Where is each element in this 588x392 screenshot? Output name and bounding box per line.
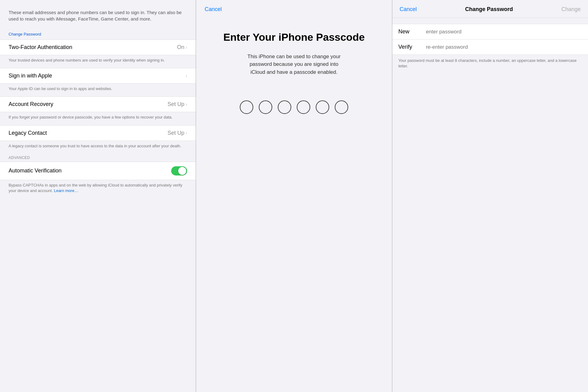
passcode-circle-6: [335, 100, 348, 114]
auto-verify-label: Automatic Verification: [9, 168, 62, 174]
advanced-header: ADVANCED: [0, 154, 196, 162]
learn-more-link[interactable]: Learn more…: [54, 188, 78, 193]
sign-in-apple-cell[interactable]: Sign in with Apple ›: [0, 68, 196, 84]
panel-change-password: Cancel Change Password Change New Verify…: [392, 0, 588, 392]
panel2-content: Cancel Enter Your iPhone Passcode This i…: [196, 0, 392, 392]
new-password-label: New: [398, 28, 423, 35]
legacy-contact-value: Set Up: [168, 130, 184, 136]
change-password-form: New Verify: [392, 24, 588, 55]
verify-password-input[interactable]: [423, 44, 582, 50]
change-password-nav: Cancel Change Password Change: [392, 0, 588, 18]
passcode-circle-4: [297, 100, 310, 114]
passcode-title: Enter Your iPhone Passcode: [223, 31, 365, 43]
verify-password-label: Verify: [398, 44, 423, 50]
passcode-cancel-button[interactable]: Cancel: [205, 6, 222, 13]
two-factor-sub: Your trusted devices and phone numbers a…: [0, 55, 196, 68]
passcode-nav: Cancel: [196, 0, 392, 16]
account-recovery-value: Set Up: [168, 101, 184, 107]
two-factor-label: Two-Factor Authentication: [9, 44, 72, 51]
auto-verify-cell[interactable]: Automatic Verification: [0, 162, 196, 180]
two-factor-chevron-icon: ›: [186, 45, 187, 50]
password-hint: Your password must be at least 8 charact…: [392, 55, 588, 74]
panels-container: These email addresses and phone numbers …: [0, 0, 588, 392]
legacy-contact-label: Legacy Contact: [9, 130, 47, 136]
new-password-field: New: [392, 24, 588, 40]
sign-in-apple-label: Sign in with Apple: [9, 73, 52, 79]
bypass-text: Bypass CAPTCHAs in apps and on the web b…: [0, 180, 196, 198]
legacy-contact-chevron-icon: ›: [186, 130, 187, 136]
passcode-circle-1: [240, 100, 253, 114]
legacy-contact-right: Set Up ›: [168, 130, 187, 136]
passcode-circles: [240, 100, 348, 114]
two-factor-right: On ›: [177, 44, 187, 51]
account-recovery-cell[interactable]: Account Recovery Set Up ›: [0, 96, 196, 112]
change-password-link[interactable]: Change Password: [0, 29, 196, 38]
account-recovery-chevron-icon: ›: [186, 102, 187, 107]
panel1-content: These email addresses and phone numbers …: [0, 0, 196, 198]
new-password-input[interactable]: [423, 29, 582, 35]
change-password-cancel-button[interactable]: Cancel: [400, 6, 417, 13]
toggle-knob: [178, 167, 186, 175]
panel-passcode: Cancel Enter Your iPhone Passcode This i…: [196, 0, 392, 392]
change-password-change-button[interactable]: Change: [561, 6, 581, 13]
bypass-text-content: Bypass CAPTCHAs in apps and on the web b…: [9, 183, 182, 193]
change-password-title: Change Password: [465, 6, 513, 13]
auto-verify-toggle[interactable]: [171, 166, 187, 175]
legacy-contact-sub: A legacy contact is someone you trust to…: [0, 141, 196, 154]
account-recovery-right: Set Up ›: [168, 101, 187, 107]
panel-settings: These email addresses and phone numbers …: [0, 0, 196, 392]
account-recovery-sub: If you forget your password or device pa…: [0, 112, 196, 125]
passcode-circle-5: [316, 100, 329, 114]
legacy-contact-cell[interactable]: Legacy Contact Set Up ›: [0, 125, 196, 141]
verify-password-field: Verify: [392, 40, 588, 55]
sign-in-apple-right: ›: [186, 73, 187, 79]
account-recovery-label: Account Recovery: [9, 101, 53, 107]
sign-in-apple-chevron-icon: ›: [186, 73, 187, 79]
two-factor-value: On: [177, 44, 184, 51]
top-description: These email addresses and phone numbers …: [0, 0, 196, 28]
two-factor-cell[interactable]: Two-Factor Authentication On ›: [0, 40, 196, 55]
passcode-main: Enter Your iPhone Passcode This iPhone c…: [196, 16, 392, 114]
passcode-circle-2: [259, 100, 272, 114]
passcode-description: This iPhone can be used to change your p…: [242, 53, 346, 76]
panel3-content: Cancel Change Password Change New Verify…: [392, 0, 588, 392]
passcode-circle-3: [278, 100, 291, 114]
sign-in-apple-sub: Your Apple ID can be used to sign in to …: [0, 84, 196, 96]
